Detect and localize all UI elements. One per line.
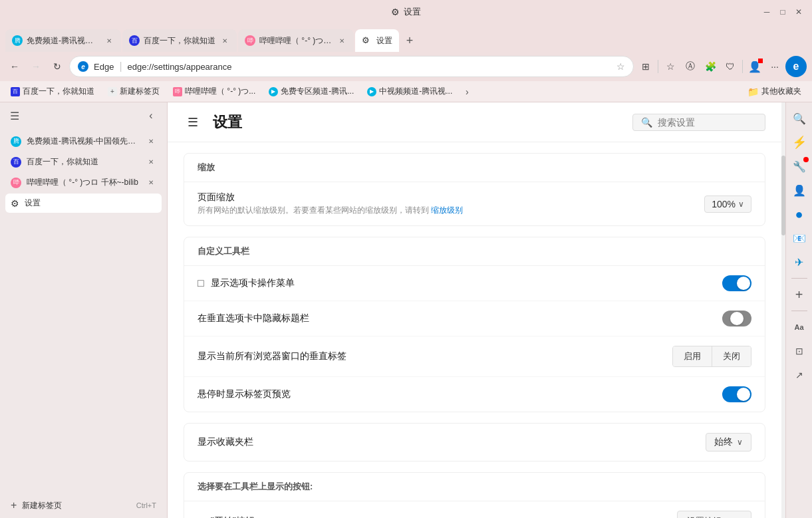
other-bookmarks[interactable]: 📁 其他收藏夹 bbox=[742, 84, 807, 98]
bookmark-baidu[interactable]: 百 百度一下，你就知道 bbox=[5, 84, 100, 98]
tab-actions-icon: □ bbox=[198, 277, 204, 289]
bookmarks-more-folder: 📁 其他收藏夹 bbox=[742, 84, 807, 98]
bookmark-favicon-baidu: 百 bbox=[11, 87, 20, 96]
sidebar-profile-icon[interactable]: 👤 bbox=[789, 180, 810, 201]
address-bar[interactable]: e Edge | edge://settings/appearance ☆ bbox=[69, 56, 634, 77]
browser-essentials-icon[interactable]: 🛡 bbox=[721, 57, 740, 76]
sidebar-screenshot-icon[interactable]: ⊡ bbox=[789, 340, 810, 362]
settings-menu-button[interactable]: ☰ bbox=[184, 113, 202, 132]
tab-close-tencent[interactable]: ✕ bbox=[104, 35, 114, 46]
favorites-bar-label: 显示收藏夹栏 bbox=[198, 436, 706, 448]
zoom-value: 100% bbox=[712, 199, 736, 209]
refresh-button[interactable]: ↻ bbox=[48, 57, 67, 76]
sidebar-search-icon[interactable]: 🔍 bbox=[789, 108, 810, 129]
hide-title-bar-label: 在垂直选项卡中隐藏标题栏 bbox=[198, 313, 722, 324]
sidebar-add-icon[interactable]: + bbox=[789, 284, 810, 305]
window-title: 设置 bbox=[404, 6, 421, 18]
favorites-icon[interactable]: ☆ bbox=[661, 57, 680, 76]
window-title-area: ⚙ 设置 bbox=[391, 6, 421, 18]
bookmark-newtab[interactable]: + 新建标签页 bbox=[102, 84, 165, 98]
other-bookmarks-label: 其他收藏夹 bbox=[761, 86, 801, 97]
extensions-icon[interactable]: 🧩 bbox=[701, 57, 720, 76]
sidebar-separator-2 bbox=[791, 311, 807, 311]
sidebar-tab-settings-active[interactable]: ⚙ 设置 bbox=[5, 194, 162, 213]
tab-tencent-video[interactable]: 腾 免费频道-腾讯视频-中国领先的... ✕ bbox=[5, 29, 121, 52]
sidebar-tab-title-settings: 设置 bbox=[25, 197, 156, 209]
tab-close-baidu[interactable]: ✕ bbox=[219, 35, 230, 46]
settings-url-button[interactable]: 设置按钮 URL bbox=[677, 511, 751, 518]
split-tab-icon[interactable]: ⊞ bbox=[636, 57, 655, 76]
star-icon[interactable]: ☆ bbox=[616, 61, 625, 72]
tab-settings[interactable]: ⚙ 设置 bbox=[355, 29, 399, 52]
new-tab-button[interactable]: + bbox=[400, 31, 419, 50]
close-button[interactable]: ✕ bbox=[793, 7, 804, 17]
sidebar-close-baidu[interactable]: ✕ bbox=[146, 157, 156, 168]
bookmark-label-baidu: 百度一下，你就知道 bbox=[23, 86, 94, 97]
read-aloud-icon[interactable]: Ⓐ bbox=[681, 57, 700, 76]
settings-search-box[interactable]: 🔍 bbox=[632, 114, 765, 131]
tab-favicon-settings: ⚙ bbox=[362, 35, 372, 46]
main-area: ☰ ‹ 腾 免费频道-腾讯视频-中国领先的... ✕ 百 百度一下，你就知道 ✕… bbox=[0, 102, 812, 518]
toolbar-icons: ⊞ ☆ Ⓐ 🧩 🛡 👤 ··· e bbox=[636, 56, 807, 77]
address-url[interactable]: edge://settings/appearance bbox=[128, 62, 611, 72]
tab-bilibili[interactable]: 哔 哔哩哔哩（ °-° )つロ 千杯~-bilib ✕ bbox=[238, 29, 354, 52]
sidebar-edge-circle-icon[interactable]: ● bbox=[789, 203, 810, 225]
sidebar-tools-icon[interactable]: 🔧 bbox=[789, 156, 810, 177]
bookmark-favicon-tencent-free: ▶ bbox=[269, 87, 278, 96]
bookmarks-more-chevron[interactable]: › bbox=[460, 85, 474, 98]
home-button-label: "开始"按钮 bbox=[211, 515, 678, 518]
address-separator: | bbox=[119, 61, 122, 72]
sidebar-tab-bilibili[interactable]: 哔 哔哩哔哩（ °-° )つロ 千杯~-bilib ✕ bbox=[5, 173, 162, 192]
minimize-button[interactable]: ─ bbox=[761, 7, 772, 17]
maximize-button[interactable]: □ bbox=[777, 7, 788, 17]
settings-page-title: 设置 bbox=[213, 112, 242, 132]
sidebar-close-tencent[interactable]: ✕ bbox=[146, 136, 156, 147]
tab-baidu[interactable]: 百 百度一下，你就知道 ✕ bbox=[122, 29, 237, 52]
page-zoom-sublabel: 所有网站的默认缩放级别。若要查看某些网站的缩放级别，请转到 缩放级别 bbox=[198, 205, 704, 216]
show-tab-actions-toggle[interactable] bbox=[722, 275, 751, 291]
scroll-thumb[interactable] bbox=[781, 156, 785, 235]
profile-icon[interactable]: 👤 bbox=[745, 57, 764, 76]
page-zoom-row: 页面缩放 所有网站的默认缩放级别。若要查看某些网站的缩放级别，请转到 缩放级别 … bbox=[184, 182, 765, 225]
more-menu-icon[interactable]: ··· bbox=[765, 57, 784, 76]
bookmark-label-newtab: 新建标签页 bbox=[120, 86, 160, 97]
bookmark-tencent-mid[interactable]: ▶ 中视频频道-腾讯视... bbox=[362, 84, 458, 98]
sidebar-close-bilibili[interactable]: ✕ bbox=[146, 178, 156, 188]
tab-title-settings: 设置 bbox=[376, 35, 392, 47]
right-sidebar: 🔍 ⚡ 🔧 👤 ● 📧 ✈ + Aa ⊡ ↗ bbox=[785, 102, 812, 518]
bookmark-bilibili[interactable]: 哔 哔哩哔哩（ °-° )つ... bbox=[168, 84, 261, 98]
sidebar-external-icon[interactable]: ↗ bbox=[789, 364, 810, 386]
title-bar: ⚙ 设置 ─ □ ✕ bbox=[0, 0, 812, 24]
sidebar-tab-tencent[interactable]: 腾 免费频道-腾讯视频-中国领先的... ✕ bbox=[5, 132, 162, 151]
sidebar-header: ☰ ‹ bbox=[0, 102, 167, 129]
hover-preview-label: 悬停时显示标签页预览 bbox=[198, 388, 722, 400]
show-tab-actions-row: □ 显示选项卡操作菜单 bbox=[184, 266, 765, 301]
vertical-tabs-disable-btn[interactable]: 关闭 bbox=[712, 346, 751, 366]
sidebar-favicon-settings: ⚙ bbox=[11, 198, 19, 209]
tools-badge bbox=[803, 157, 809, 162]
back-button[interactable]: ← bbox=[5, 57, 24, 76]
sidebar-menu-icon[interactable]: ☰ bbox=[8, 109, 21, 122]
edge-icon-button[interactable]: e bbox=[785, 56, 807, 77]
sidebar-telegram-icon[interactable]: ✈ bbox=[789, 251, 810, 273]
sidebar-outlook-icon[interactable]: 📧 bbox=[789, 227, 810, 249]
tab-close-bilibili[interactable]: ✕ bbox=[337, 35, 347, 46]
favorites-bar-dropdown[interactable]: 始终 ∨ bbox=[706, 433, 751, 452]
vertical-tabs-enable-btn[interactable]: 启用 bbox=[673, 346, 712, 366]
page-zoom-link[interactable]: 缩放级别 bbox=[431, 205, 463, 215]
bookmark-tencent-free[interactable]: ▶ 免费专区频道-腾讯... bbox=[263, 84, 359, 98]
hover-preview-toggle[interactable] bbox=[722, 386, 751, 402]
hide-title-bar-toggle[interactable] bbox=[722, 311, 751, 326]
zoom-select-dropdown[interactable]: 100% ∨ bbox=[704, 195, 751, 213]
sidebar-translate-icon[interactable]: Aa bbox=[789, 317, 810, 338]
sidebar-collapse-button[interactable]: ‹ bbox=[143, 108, 159, 124]
sidebar-tab-baidu[interactable]: 百 百度一下，你就知道 ✕ bbox=[5, 152, 162, 172]
address-edge-label: Edge bbox=[94, 62, 114, 72]
new-tab-sidebar-button[interactable]: + 新建标签页 Ctrl+T bbox=[5, 495, 162, 515]
settings-search-input[interactable] bbox=[658, 117, 764, 128]
settings-area: ☰ 设置 🔍 缩放 页面缩放 所有网站的默认缩放级别。若要查看某些网站的缩放级别… bbox=[168, 102, 781, 518]
forward-button[interactable]: → bbox=[27, 57, 45, 76]
bookmark-label-tencent-mid: 中视频频道-腾讯视... bbox=[379, 86, 452, 97]
toolbar-separator-2 bbox=[742, 60, 743, 73]
sidebar-collections-icon[interactable]: ⚡ bbox=[789, 132, 810, 153]
